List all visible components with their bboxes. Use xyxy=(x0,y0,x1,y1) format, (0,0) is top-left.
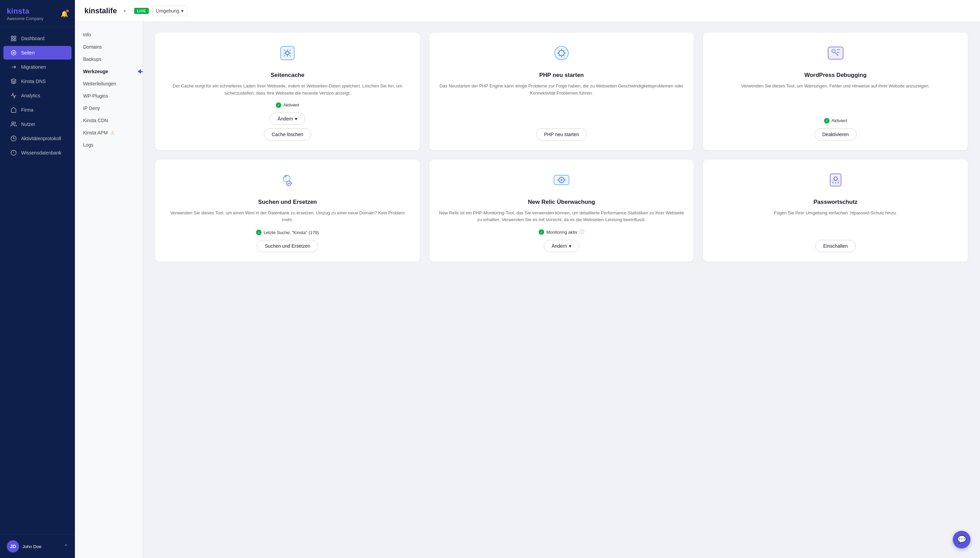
sidebar: kinsta Awesome Company 🔔 Dashboard Seite… xyxy=(0,0,75,558)
sidebar-item-kinsta-dns[interactable]: Kinsta DNS xyxy=(3,74,71,88)
wp-debug-btn-group: Deaktivieren xyxy=(713,128,958,141)
sidebar-header: kinsta Awesome Company 🔔 xyxy=(0,0,75,27)
sidebar-item-dashboard[interactable]: Dashboard xyxy=(3,32,71,45)
new-relic-btn-group: Ändern ▾ xyxy=(439,240,684,252)
activity-icon xyxy=(10,135,17,141)
search-replace-title: Suchen und Ersetzen xyxy=(258,199,317,205)
site-dropdown-arrow[interactable]: ▾ xyxy=(124,8,126,14)
sidebar-item-analytics[interactable]: Analytics xyxy=(3,89,71,102)
seitencache-aendern-button[interactable]: Ändern ▾ xyxy=(270,113,305,125)
search-replace-status: ✓ Letzte Suche: "Kinsta" (179) xyxy=(256,230,319,235)
sec-nav-info[interactable]: Info xyxy=(75,29,143,41)
sec-nav-domains[interactable]: Domains xyxy=(75,41,143,53)
search-replace-status-label: Letzte Suche: "Kinsta" (179) xyxy=(264,230,319,235)
search-replace-status-dot: ✓ xyxy=(256,230,262,235)
kinsta-dns-label: Kinsta DNS xyxy=(21,79,46,84)
secondary-sidebar: Info Domains Backups Werkzeuge Weiterlei… xyxy=(75,22,143,558)
sec-nav-werkzeuge[interactable]: Werkzeuge xyxy=(75,65,143,77)
domains-label: Domains xyxy=(83,44,102,50)
migrations-icon xyxy=(10,64,17,70)
passwortschutz-title: Passwortschutz xyxy=(814,199,857,205)
sidebar-footer: JD John Doe ⌃ xyxy=(0,535,75,558)
sec-nav-logs[interactable]: Logs xyxy=(75,139,143,151)
weiterleitungen-label: Weiterleitungen xyxy=(83,81,116,87)
sidebar-item-firma[interactable]: Firma xyxy=(3,103,71,117)
seitencache-loeschen-button[interactable]: Cache löschen xyxy=(264,128,311,141)
wp-debug-deactivate-button[interactable]: Deaktivieren xyxy=(815,128,857,141)
live-badge: LIVE xyxy=(134,8,148,14)
search-replace-description: Verwenden Sie dieses Tool, um einen Wert… xyxy=(165,210,410,225)
svg-point-24 xyxy=(838,182,839,184)
analytics-label: Analytics xyxy=(21,93,40,98)
info-label: Info xyxy=(83,32,91,38)
analytics-icon xyxy=(10,92,17,98)
sidebar-item-wissensdatenbank[interactable]: Wissensdatenbank xyxy=(3,146,71,159)
site-name: kinstalife xyxy=(84,7,117,15)
sec-nav-backups[interactable]: Backups xyxy=(75,53,143,65)
kinsta-apm-label: Kinsta APM xyxy=(83,130,108,135)
wissensdatenbank-label: Wissensdatenbank xyxy=(21,150,61,156)
tool-card-new-relic: New Relic Überwachung New Relic ist ein … xyxy=(429,159,694,262)
new-relic-status: ✓ Monitoring aktiv ⓘ xyxy=(539,229,584,235)
sidebar-item-aktivitaetsprotokoll[interactable]: Aktivitätenprotokoll xyxy=(3,132,71,145)
notification-dot xyxy=(66,10,69,12)
users-icon xyxy=(10,121,17,127)
kinsta-apm-warning-icon: ⚠ xyxy=(110,130,115,135)
sec-nav-weiterleitungen[interactable]: Weiterleitungen xyxy=(75,77,143,90)
company-name: Awesome Company xyxy=(7,16,43,21)
new-relic-chevron-icon: ▾ xyxy=(569,243,572,249)
main-content: kinstalife ▾ LIVE Umgebung ▾ Info Domain… xyxy=(75,0,980,558)
new-relic-aendern-button[interactable]: Ändern ▾ xyxy=(544,240,579,252)
sec-nav-kinsta-cdn[interactable]: Kinsta CDN xyxy=(75,114,143,126)
svg-point-22 xyxy=(832,182,833,184)
body-layout: Info Domains Backups Werkzeuge Weiterlei… xyxy=(75,22,980,558)
kinsta-cdn-label: Kinsta CDN xyxy=(83,118,108,123)
user-name: John Doe xyxy=(23,544,41,549)
seiten-label: Seiten xyxy=(21,50,35,56)
new-relic-info-icon: ⓘ xyxy=(580,229,584,235)
svg-point-19 xyxy=(560,179,563,181)
new-relic-icon xyxy=(552,171,571,193)
tools-grid: Seitencache Der Cache sorgt für ein schn… xyxy=(155,33,968,262)
sidebar-item-nutzer[interactable]: Nutzer xyxy=(3,117,71,131)
tool-card-php-neu-starten: PHP neu starten Das Neustarten der PHP E… xyxy=(429,33,694,150)
environment-selector[interactable]: Umgebung ▾ xyxy=(152,6,188,16)
sec-nav-kinsta-apm[interactable]: Kinsta APM ⚠ xyxy=(75,126,143,139)
seitencache-title: Seitencache xyxy=(271,72,305,79)
nutzer-label: Nutzer xyxy=(21,121,35,127)
sec-nav-ip-deny[interactable]: IP Deny xyxy=(75,102,143,114)
passwortschutz-einschalten-button[interactable]: Einschalten xyxy=(815,240,855,252)
svg-point-11 xyxy=(555,46,568,60)
seitencache-status-dot: ✓ xyxy=(276,102,281,108)
svg-rect-1 xyxy=(14,36,16,38)
wp-debug-status: ✓ Aktiviert xyxy=(824,118,847,123)
search-replace-button[interactable]: Suchen und Ersetzen xyxy=(257,240,318,252)
env-label: Umgebung xyxy=(156,8,180,14)
notification-button[interactable]: 🔔 xyxy=(61,10,68,18)
env-chevron-icon: ▾ xyxy=(181,8,184,14)
dns-icon xyxy=(10,78,17,84)
svg-rect-2 xyxy=(14,39,16,41)
php-btn-group: PHP neu starten xyxy=(439,128,684,141)
wp-debug-icon xyxy=(826,44,845,66)
passwortschutz-icon xyxy=(826,171,845,193)
sec-nav-wp-plugins[interactable]: WP-Plugins xyxy=(75,90,143,102)
sidebar-item-migrationen[interactable]: Migrationen xyxy=(3,60,71,74)
chat-button[interactable]: 💬 xyxy=(953,531,970,548)
werkzeuge-label: Werkzeuge xyxy=(83,69,108,74)
tool-card-wordpress-debugging: WordPress Debugging Verwenden Sie dieses… xyxy=(703,33,968,150)
seitencache-status-label: Aktiviert xyxy=(283,102,299,108)
wp-debug-status-dot: ✓ xyxy=(824,118,830,123)
firma-label: Firma xyxy=(21,107,33,113)
sidebar-item-seiten[interactable]: Seiten xyxy=(3,46,71,59)
php-restart-button[interactable]: PHP neu starten xyxy=(536,128,587,141)
seitencache-icon xyxy=(278,44,297,66)
wp-debug-description: Verwenden Sie dieses Tool, um Warnungen,… xyxy=(741,83,930,113)
seitencache-status: ✓ Aktiviert xyxy=(276,102,299,108)
user-menu-chevron[interactable]: ⌃ xyxy=(64,543,68,550)
svg-rect-0 xyxy=(11,36,13,38)
migrationen-label: Migrationen xyxy=(21,64,46,70)
svg-point-4 xyxy=(11,50,16,55)
logo-text: kinsta xyxy=(7,7,43,16)
aendern-chevron-icon: ▾ xyxy=(295,116,297,121)
